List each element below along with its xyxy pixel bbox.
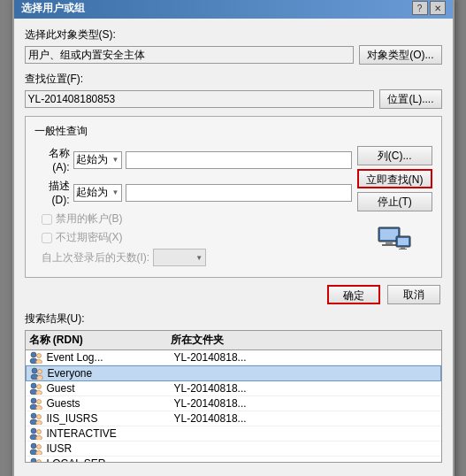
row-folder: YL-20140818... (174, 351, 438, 364)
name-combo[interactable]: 起始为 ▼ (73, 151, 122, 169)
svg-point-20 (31, 398, 36, 403)
description-input[interactable] (126, 184, 352, 202)
days-row: 自上次登录后的天数(I): ▼ (42, 249, 352, 266)
name-label: 名称(A): (34, 146, 70, 173)
svg-point-30 (36, 430, 41, 434)
location-label: 查找位置(F): (25, 72, 442, 87)
group-icon (29, 457, 43, 463)
search-results-label: 搜索结果(U): (25, 311, 442, 326)
description-row: 描述(D): 起始为 ▼ (34, 179, 352, 206)
svg-rect-5 (398, 238, 409, 245)
object-type-value: 用户、组或内置安全主体 (25, 46, 355, 64)
help-button[interactable]: ? (412, 1, 428, 15)
table-row[interactable]: GuestYL-20140818... (26, 381, 441, 396)
svg-point-16 (31, 383, 36, 388)
row-name: Guests (47, 397, 174, 410)
row-folder: YL-20140818... (174, 382, 438, 395)
svg-point-10 (36, 354, 41, 358)
ok-button[interactable]: 确定 (327, 285, 380, 304)
table-row[interactable]: IUSR (26, 441, 441, 457)
svg-point-32 (31, 443, 36, 449)
section-content-wrapper: 名称(A): 起始为 ▼ 描述(D): 起始为 ▼ (34, 146, 432, 270)
svg-rect-6 (401, 247, 405, 249)
table-row[interactable]: INTERACTIVE (26, 426, 441, 441)
days-combo-arrow: ▼ (195, 254, 202, 262)
section-left: 名称(A): 起始为 ▼ 描述(D): 起始为 ▼ (34, 146, 352, 270)
svg-point-28 (31, 428, 36, 434)
days-label: 自上次登录后的天数(I): (42, 250, 150, 265)
row-name: Event Log... (47, 351, 174, 364)
select-user-group-dialog: 选择用户或组 ? ✕ 选择此对象类型(S): 用户、组或内置安全主体 对象类型(… (12, 0, 455, 476)
table-row[interactable]: GuestsYL-20140818... (26, 396, 441, 411)
no-expiry-row: 不过期密码(X) (42, 230, 352, 245)
svg-rect-2 (386, 242, 393, 244)
svg-point-34 (36, 445, 41, 449)
group-icon (29, 382, 43, 395)
svg-point-22 (36, 400, 41, 404)
svg-point-8 (31, 352, 36, 357)
cancel-button[interactable]: 取消 (387, 285, 440, 304)
network-svg (377, 226, 412, 257)
general-query-title: 一般性查询 (34, 124, 432, 139)
svg-point-19 (35, 391, 42, 395)
search-results-group: 搜索结果(U): 名称 (RDN) 所在文件夹 Event Log...YL-2… (25, 311, 442, 463)
stop-button[interactable]: 停止(T) (357, 192, 432, 211)
results-header: 名称 (RDN) 所在文件夹 (26, 331, 441, 350)
object-type-label: 选择此对象类型(S): (25, 27, 442, 42)
no-expiry-label: 不过期密码(X) (56, 230, 123, 245)
close-button[interactable]: ✕ (430, 1, 446, 15)
table-row[interactable]: Event Log...YL-20140818... (26, 350, 441, 365)
row-name: IUSR (47, 442, 174, 455)
svg-point-23 (35, 406, 42, 411)
row-name: INTERACTIVE (47, 427, 174, 440)
no-expiry-checkbox[interactable] (42, 233, 52, 243)
name-row: 名称(A): 起始为 ▼ (34, 146, 352, 173)
table-row[interactable]: LOCAL SER... (26, 457, 441, 463)
dialog-title: 选择用户或组 (21, 1, 85, 16)
network-icon (357, 226, 432, 257)
description-label: 描述(D): (34, 179, 70, 206)
name-input[interactable] (126, 151, 352, 169)
svg-point-18 (36, 385, 41, 389)
table-row[interactable]: Everyone (26, 365, 441, 381)
svg-point-15 (36, 376, 42, 380)
results-table: 名称 (RDN) 所在文件夹 Event Log...YL-20140818..… (25, 330, 442, 463)
results-body: Event Log...YL-20140818... Everyone Gues… (26, 350, 441, 463)
svg-point-31 (35, 436, 42, 441)
location-button[interactable]: 位置(L).... (379, 89, 441, 109)
group-icon (29, 442, 43, 455)
object-type-button[interactable]: 对象类型(O)... (359, 45, 441, 65)
location-row: YL-201408180853 位置(L).... (25, 89, 442, 109)
title-bar: 选择用户或组 ? ✕ (14, 0, 453, 19)
group-icon (29, 412, 43, 425)
col-folder-header: 所在文件夹 (171, 333, 438, 348)
find-now-button[interactable]: 立即查找(N) (357, 169, 432, 188)
title-bar-controls: ? ✕ (412, 1, 446, 15)
svg-rect-3 (382, 244, 396, 246)
disabled-accounts-checkbox[interactable] (42, 214, 52, 225)
svg-point-12 (32, 368, 37, 373)
svg-rect-1 (380, 229, 398, 240)
row-name: Everyone (48, 367, 175, 380)
group-icon (30, 367, 44, 380)
row-folder: YL-20140818... (174, 397, 438, 410)
table-row[interactable]: IIS_IUSRSYL-20140818... (26, 411, 441, 426)
days-combo[interactable]: ▼ (153, 249, 206, 266)
object-type-row: 用户、组或内置安全主体 对象类型(O)... (25, 45, 442, 65)
name-combo-arrow: ▼ (112, 156, 119, 164)
description-combo[interactable]: 起始为 ▼ (73, 184, 122, 202)
svg-point-14 (37, 370, 42, 374)
row-folder: YL-20140818... (174, 412, 438, 425)
location-value: YL-201408180853 (25, 90, 375, 108)
row-name: Guest (47, 382, 174, 395)
dialog-body: 选择此对象类型(S): 用户、组或内置安全主体 对象类型(O)... 查找位置(… (14, 19, 453, 476)
row-name: LOCAL SER... (47, 457, 174, 463)
disabled-accounts-row: 禁用的帐户(B) (42, 211, 352, 226)
svg-point-26 (36, 415, 41, 419)
object-type-group: 选择此对象类型(S): 用户、组或内置安全主体 对象类型(O)... (25, 27, 442, 65)
disabled-accounts-label: 禁用的帐户(B) (56, 211, 123, 226)
svg-point-24 (31, 413, 36, 418)
col-name-header: 名称 (RDN) (29, 333, 171, 348)
col-button[interactable]: 列(C)... (357, 146, 432, 165)
group-icon (29, 397, 43, 410)
